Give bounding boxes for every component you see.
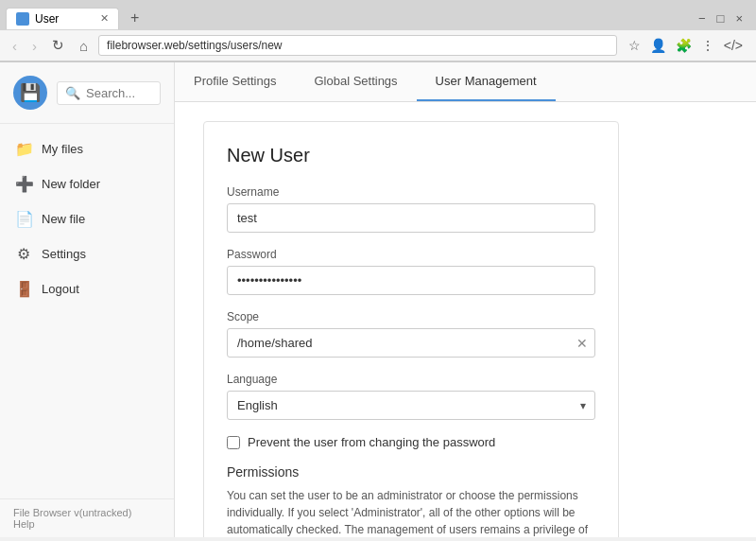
username-input[interactable] bbox=[227, 203, 595, 233]
home-button[interactable]: ⌂ bbox=[75, 36, 93, 56]
sidebar: 💾 🔍 📁 My files ➕ New folder 📄 New file ⚙ bbox=[0, 62, 175, 537]
nav-bar: ‹ › ↻ ⌂ ☆ 👤 🧩 ⋮ </> bbox=[0, 30, 756, 61]
search-box[interactable]: 🔍 bbox=[57, 81, 161, 105]
scope-wrapper: ✕ bbox=[227, 328, 595, 358]
address-bar[interactable] bbox=[98, 35, 617, 56]
sidebar-header: 💾 🔍 bbox=[0, 62, 174, 124]
password-group: Password bbox=[227, 248, 595, 295]
form-card: New User Username Password Scope ✕ bbox=[203, 121, 619, 537]
prevent-password-checkbox[interactable] bbox=[227, 436, 240, 449]
language-group: Language English French Spanish German C… bbox=[227, 373, 595, 420]
form-area: New User Username Password Scope ✕ bbox=[175, 102, 756, 537]
tab-favicon bbox=[16, 12, 29, 26]
footer-version-link[interactable]: File Browser v(untracked) bbox=[13, 507, 161, 518]
permissions-title: Permissions bbox=[227, 464, 595, 480]
tab-bar: User ✕ + − □ × bbox=[0, 0, 756, 30]
back-button[interactable]: ‹ bbox=[8, 36, 22, 56]
new-tab-button[interactable]: + bbox=[123, 6, 146, 30]
sidebar-item-logout[interactable]: 🚪 Logout bbox=[0, 271, 174, 306]
nav-icons: ☆ 👤 🧩 ⋮ </> bbox=[623, 38, 748, 53]
language-label: Language bbox=[227, 373, 595, 386]
bookmark-icon[interactable]: ☆ bbox=[628, 38, 641, 53]
sidebar-item-label: My files bbox=[42, 142, 83, 156]
browser-tab[interactable]: User ✕ bbox=[6, 8, 119, 29]
forward-button[interactable]: › bbox=[27, 36, 42, 56]
search-icon: 🔍 bbox=[65, 86, 80, 100]
username-label: Username bbox=[227, 185, 595, 199]
sidebar-item-label: Settings bbox=[42, 247, 86, 261]
sidebar-item-label: Logout bbox=[42, 282, 79, 296]
window-controls: − □ × bbox=[691, 8, 750, 29]
scope-group: Scope ✕ bbox=[227, 310, 595, 358]
minimize-button[interactable]: − bbox=[698, 11, 706, 26]
content-tabs: Profile Settings Global Settings User Ma… bbox=[175, 62, 756, 102]
sidebar-item-newfolder[interactable]: ➕ New folder bbox=[0, 166, 174, 201]
sidebar-item-newfile[interactable]: 📄 New file bbox=[0, 201, 174, 236]
footer-help-link[interactable]: Help bbox=[13, 518, 161, 530]
main-content: Profile Settings Global Settings User Ma… bbox=[175, 62, 756, 537]
search-input[interactable] bbox=[86, 86, 152, 100]
scope-clear-button[interactable]: ✕ bbox=[576, 336, 588, 351]
prevent-password-label[interactable]: Prevent the user from changing the passw… bbox=[248, 435, 495, 449]
refresh-button[interactable]: ↻ bbox=[47, 35, 69, 56]
address-input[interactable] bbox=[107, 39, 609, 52]
folder-icon: 📁 bbox=[15, 140, 32, 158]
sidebar-item-settings[interactable]: ⚙ Settings bbox=[0, 236, 174, 271]
profile-icon[interactable]: 👤 bbox=[650, 38, 666, 53]
maximize-button[interactable]: □ bbox=[717, 11, 725, 26]
language-select-wrapper: English French Spanish German Chinese ▾ bbox=[227, 391, 595, 420]
form-title: New User bbox=[227, 145, 595, 166]
tab-profile-settings[interactable]: Profile Settings bbox=[175, 62, 295, 101]
browser-chrome: User ✕ + − □ × ‹ › ↻ ⌂ ☆ 👤 🧩 ⋮ </> bbox=[0, 0, 756, 62]
menu-icon[interactable]: ⋮ bbox=[701, 38, 714, 53]
permissions-section: Permissions You can set the user to be a… bbox=[227, 464, 595, 537]
tab-user-management[interactable]: User Management bbox=[417, 62, 556, 101]
sidebar-nav: 📁 My files ➕ New folder 📄 New file ⚙ Set… bbox=[0, 124, 174, 498]
prevent-password-row: Prevent the user from changing the passw… bbox=[227, 435, 595, 449]
scope-input[interactable] bbox=[227, 328, 595, 358]
new-file-icon: 📄 bbox=[15, 210, 32, 228]
sidebar-item-myfiles[interactable]: 📁 My files bbox=[0, 131, 174, 166]
password-label: Password bbox=[227, 248, 595, 261]
logout-icon: 🚪 bbox=[15, 280, 32, 298]
app-logo: 💾 bbox=[13, 76, 47, 110]
sidebar-item-label: New file bbox=[42, 212, 85, 226]
new-folder-icon: ➕ bbox=[15, 175, 32, 193]
extensions-icon[interactable]: 🧩 bbox=[676, 38, 692, 53]
tab-title: User bbox=[35, 12, 59, 26]
sidebar-item-label: New folder bbox=[42, 177, 100, 191]
code-icon[interactable]: </> bbox=[724, 38, 743, 53]
tab-close-button[interactable]: ✕ bbox=[100, 12, 109, 25]
app-container: 💾 🔍 📁 My files ➕ New folder 📄 New file ⚙ bbox=[0, 62, 756, 537]
scope-label: Scope bbox=[227, 310, 595, 323]
username-group: Username bbox=[227, 185, 595, 233]
language-select[interactable]: English French Spanish German Chinese bbox=[227, 391, 595, 420]
close-button[interactable]: × bbox=[735, 11, 743, 26]
permissions-desc: You can set the user to be an administra… bbox=[227, 487, 595, 537]
tab-global-settings[interactable]: Global Settings bbox=[295, 62, 416, 101]
password-input[interactable] bbox=[227, 266, 595, 295]
sidebar-footer: File Browser v(untracked) Help bbox=[0, 498, 174, 537]
settings-icon: ⚙ bbox=[15, 245, 32, 263]
